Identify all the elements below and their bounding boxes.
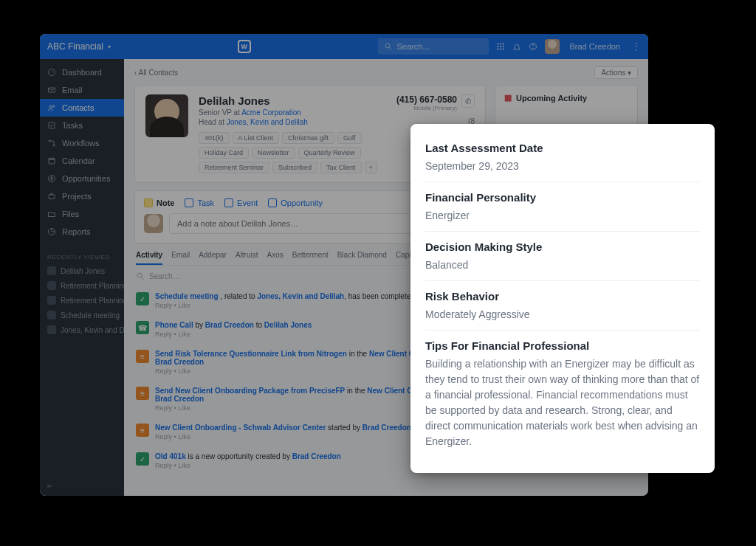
contact-tag[interactable]: Golf xyxy=(337,132,362,144)
sidebar-item-opportunities[interactable]: Opportunities xyxy=(40,170,124,187)
workflow-icon: ≡ xyxy=(136,424,149,437)
activity-tab[interactable]: Addepar xyxy=(199,246,227,265)
feed-link[interactable]: Send Risk Tolerance Questionnaire Link f… xyxy=(155,350,347,358)
contact-tag[interactable]: Retirement Seminar xyxy=(199,162,269,173)
add-tag-button[interactable]: + xyxy=(365,162,377,173)
kebab-icon[interactable]: ⋮ xyxy=(632,41,641,52)
feed-link[interactable]: Phone Call xyxy=(155,321,193,329)
like-link[interactable]: Like xyxy=(178,462,190,469)
feed-link[interactable]: Jones, Kevin and Delilah xyxy=(257,292,344,300)
contact-tag[interactable]: Holiday Card xyxy=(199,147,249,159)
compose-tab-note[interactable]: Note xyxy=(144,198,174,207)
recent-item-icon xyxy=(47,266,56,275)
like-link[interactable]: Like xyxy=(178,404,190,412)
reply-link[interactable]: Reply xyxy=(155,462,172,469)
global-search[interactable]: Search… xyxy=(378,38,489,55)
contact-tag[interactable]: Tax Client xyxy=(320,162,362,173)
feed-link[interactable]: Brad Creedon xyxy=(155,395,204,403)
reply-link[interactable]: Reply xyxy=(155,433,172,440)
sidebar-item-projects[interactable]: Projects xyxy=(40,187,124,205)
sidebar-item-label: Calendar xyxy=(62,156,95,165)
decision-style-heading: Decision Making Style xyxy=(425,241,700,253)
logo xyxy=(111,40,377,53)
assessment-panel: Last Assessment Date September 29, 2023 … xyxy=(410,124,715,473)
contact-tag[interactable]: 401(k) xyxy=(199,132,230,144)
current-user-name[interactable]: Brad Creedon xyxy=(570,42,621,51)
compose-tab-event[interactable]: Event xyxy=(224,198,258,207)
sidebar-item-contacts[interactable]: Contacts xyxy=(40,99,124,117)
recent-item-label: Retirement Planning… xyxy=(61,297,124,305)
feed-body: Phone Call by Brad Creedon to Delilah Jo… xyxy=(155,321,312,338)
tenant-switcher[interactable]: ABC Financial ▾ xyxy=(47,41,111,52)
feed-link[interactable]: Schedule meeting xyxy=(155,292,219,300)
feed-link[interactable]: Send New Client Onboarding Package from … xyxy=(155,387,345,395)
household-link[interactable]: Jones, Kevin and Delilah xyxy=(227,118,308,126)
activity-tab[interactable]: Betterment xyxy=(292,246,329,265)
bell-icon[interactable] xyxy=(512,42,521,51)
recent-item[interactable]: Jones, Kevin and De… xyxy=(40,322,124,337)
activity-tab[interactable]: Altruist xyxy=(236,246,258,265)
feed-body: New Client Onboarding - Schwab Advisor C… xyxy=(155,424,411,440)
company-link[interactable]: Acme Corporation xyxy=(241,108,301,117)
recent-item[interactable]: Delilah Jones xyxy=(40,263,124,278)
contact-tag[interactable]: Subscribed xyxy=(272,162,317,173)
feed-link[interactable]: Delilah Jones xyxy=(264,321,312,329)
help-icon[interactable] xyxy=(529,42,537,51)
avatar[interactable] xyxy=(545,39,560,54)
reply-link[interactable]: Reply xyxy=(155,302,172,309)
contact-tag[interactable]: Quarterly Review xyxy=(298,147,361,159)
feed-link[interactable]: Brad Creedon xyxy=(155,358,204,366)
svg-point-7 xyxy=(502,46,504,47)
compose-tab-task[interactable]: Task xyxy=(185,198,214,207)
feed-link[interactable]: New Client Onboarding - Schwab Advisor C… xyxy=(155,424,326,432)
like-link[interactable]: Like xyxy=(178,331,190,338)
calendar-alert-icon: ▦ xyxy=(504,93,512,103)
activity-tab[interactable]: Axos xyxy=(267,246,284,265)
activity-tab[interactable]: Black Diamond xyxy=(337,246,387,265)
svg-point-18 xyxy=(49,140,50,142)
activity-tab[interactable]: Email xyxy=(171,246,190,265)
svg-point-2 xyxy=(497,44,498,45)
recent-item[interactable]: Retirement Planning… xyxy=(40,293,124,308)
sidebar-item-label: Files xyxy=(62,210,79,218)
apps-icon[interactable] xyxy=(496,42,505,51)
like-link[interactable]: Like xyxy=(178,367,190,375)
svg-point-0 xyxy=(385,44,390,48)
recent-item[interactable]: Schedule meeting xyxy=(40,308,124,322)
sidebar-item-email[interactable]: Email xyxy=(40,81,124,99)
reply-link[interactable]: Reply xyxy=(155,404,172,412)
sidebar-item-dashboard[interactable]: Dashboard xyxy=(40,63,124,81)
sidebar-item-tasks[interactable]: Tasks xyxy=(40,117,124,134)
compose-tab-opportunity[interactable]: Opportunity xyxy=(268,198,323,207)
svg-point-19 xyxy=(53,145,55,146)
feed-link[interactable]: Old 401k xyxy=(155,452,186,460)
actions-button[interactable]: Actions ▾ xyxy=(594,66,638,79)
contact-tag[interactable]: A List Client xyxy=(233,132,280,144)
reply-link[interactable]: Reply xyxy=(155,367,172,375)
sidebar-item-files[interactable]: Files xyxy=(40,205,124,223)
sidebar-item-reports[interactable]: Reports xyxy=(40,223,124,241)
feed-link[interactable]: Brad Creedon xyxy=(362,424,411,432)
recent-item[interactable]: Retirement Planning… xyxy=(40,278,124,293)
svg-point-16 xyxy=(52,106,54,107)
feed-link[interactable]: Brad Creedon xyxy=(205,321,254,329)
sidebar-item-calendar[interactable]: Calendar xyxy=(40,152,124,170)
sidebar-item-label: Workflows xyxy=(62,139,100,148)
briefcase-icon xyxy=(47,192,56,201)
search-icon xyxy=(136,272,145,280)
sidebar-item-workflows[interactable]: Workflows xyxy=(40,134,124,152)
call-button[interactable]: ✆ xyxy=(461,94,475,108)
search-icon xyxy=(384,42,393,51)
contact-tag[interactable]: Christmas gift xyxy=(282,132,334,144)
side-card-title: Upcoming Activity xyxy=(516,94,587,103)
svg-line-1 xyxy=(389,48,391,50)
reply-link[interactable]: Reply xyxy=(155,331,172,338)
like-link[interactable]: Like xyxy=(178,433,190,440)
like-link[interactable]: Like xyxy=(178,302,190,309)
collapse-sidebar-icon[interactable]: ⇤ xyxy=(40,476,124,496)
activity-tab[interactable]: Activity xyxy=(136,246,162,265)
check-icon: ✓ xyxy=(136,452,149,466)
feed-link[interactable]: Brad Creedon xyxy=(292,452,341,460)
contact-tag[interactable]: Newsletter xyxy=(252,147,295,159)
breadcrumb-back[interactable]: ‹ All Contacts xyxy=(134,69,178,77)
